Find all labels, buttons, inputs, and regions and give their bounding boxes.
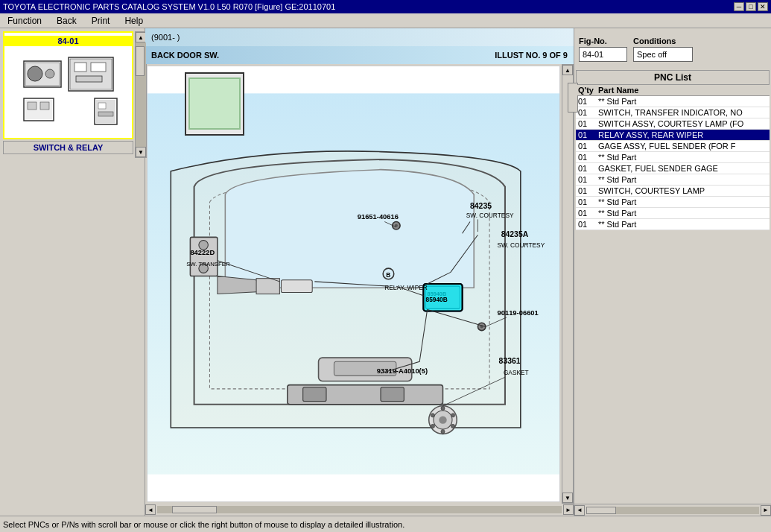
menu-back[interactable]: Back [52, 15, 81, 27]
svg-rect-23 [381, 387, 404, 402]
left-scroll-down[interactable]: ▼ [136, 147, 146, 157]
table-row[interactable]: 01** Std Part [576, 96, 770, 107]
svg-point-45 [431, 424, 434, 428]
cell-qty: 01 [576, 208, 596, 219]
svg-point-43 [451, 424, 454, 428]
fig-no-label: Fig-No. [579, 37, 607, 45]
menu-print[interactable]: Print [87, 15, 115, 27]
table-row[interactable]: 01** Std Part [576, 197, 770, 208]
col-partname: Part Name [596, 85, 770, 96]
table-row[interactable]: 01** Std Part [576, 174, 770, 186]
diagram-scroll-up[interactable]: ▲ [562, 65, 573, 75]
svg-point-44 [441, 430, 445, 434]
svg-point-46 [431, 414, 434, 417]
label-sw-courtesy1: SW. COURTESY [466, 212, 514, 219]
label-84222d: 84222D [190, 248, 215, 256]
diagram-scroll-right[interactable]: ► [563, 504, 574, 515]
cell-partname: SWITCH ASSY, COURTESY LAMP (FO [596, 118, 770, 130]
svg-rect-17 [40, 102, 49, 110]
label-83361: 83361 [499, 357, 521, 365]
svg-rect-22 [303, 387, 326, 402]
right-panel: Fig-No. Conditions PNC List Q'ty Part Na… [574, 28, 771, 516]
diagram-vscrollbar[interactable]: ▲ ▼ [562, 64, 574, 504]
right-scroll-left[interactable]: ◄ [574, 505, 585, 516]
cell-partname: RELAY ASSY, REAR WIPER [596, 130, 770, 141]
status-message: Select PNCs or P/Ns with scroll bar or m… [3, 520, 404, 529]
window-buttons: ─ □ ✕ [734, 2, 768, 11]
label-91651: 91651-40616 [358, 212, 399, 221]
svg-point-42 [451, 414, 454, 417]
pnc-table[interactable]: Q'ty Part Name 01** Std Part01SWITCH, TR… [576, 85, 770, 504]
svg-rect-7 [74, 63, 86, 72]
table-row[interactable]: 01RELAY ASSY, REAR WIPER [576, 130, 770, 141]
statusbar: Select PNCs or P/Ns with scroll bar or m… [0, 516, 771, 532]
cell-partname: GASKET, FUEL SENDER GAGE [596, 163, 770, 174]
table-row[interactable]: 01SWITCH, TRANSFER INDICATOR, NO [576, 107, 770, 118]
main-area: 84-01 [0, 28, 771, 516]
table-row[interactable]: 01** Std Part [576, 208, 770, 219]
part-image-svg [9, 46, 128, 136]
right-hscroll-track[interactable] [586, 507, 759, 514]
label-84235: 84235 [470, 202, 492, 210]
diagram-hscroll-thumb[interactable] [172, 506, 217, 513]
table-row[interactable]: 01GASKET, FUEL SENDER GAGE [576, 163, 770, 174]
fig-conditions-row: Fig-No. Conditions [579, 37, 767, 62]
right-scroll-right[interactable]: ► [761, 505, 771, 516]
diagram-scroll-left[interactable]: ◄ [145, 504, 156, 515]
left-scroll-up[interactable]: ▲ [136, 32, 146, 42]
table-row[interactable]: 01SWITCH ASSY, COURTESY LAMP (FO [576, 118, 770, 130]
pnc-data-table: Q'ty Part Name 01** Std Part01SWITCH, TR… [576, 85, 770, 230]
right-hscroll-thumb[interactable] [586, 507, 616, 514]
label-relay-wiper: RELAY. WIPER [384, 284, 428, 291]
cell-qty: 01 [576, 197, 596, 208]
part-desc: BACK DOOR SW. [151, 51, 219, 60]
cell-qty: 01 [576, 163, 596, 174]
svg-point-4 [45, 69, 54, 78]
cell-qty: 01 [576, 130, 596, 141]
table-row[interactable]: 01** Std Part [576, 219, 770, 230]
left-vscrollbar[interactable]: ▲ ▼ [135, 31, 147, 158]
pnc-list-header: PNC List [576, 70, 770, 85]
diagram-area[interactable]: 85940B 85940B [147, 66, 560, 502]
fig-no-input[interactable] [579, 47, 627, 62]
minimize-button[interactable]: ─ [734, 2, 744, 11]
conditions-input[interactable] [633, 47, 693, 62]
center-panel: (9001- ) BACK DOOR SW. ILLUST NO. 9 OF 9 [145, 28, 574, 516]
svg-point-40 [439, 416, 446, 423]
cell-partname: ** Std Part [596, 96, 770, 107]
right-bottom-scrollbar[interactable]: ◄ ► [574, 504, 771, 516]
cell-qty: 01 [576, 219, 596, 230]
table-row[interactable]: 01** Std Part [576, 152, 770, 163]
conditions-label: Conditions [633, 37, 676, 45]
cell-partname: ** Std Part [596, 152, 770, 163]
close-button[interactable]: ✕ [758, 2, 768, 11]
menu-function[interactable]: Function [3, 15, 46, 27]
svg-text:85940B: 85940B [426, 296, 448, 303]
cell-qty: 01 [576, 152, 596, 163]
part-name-label: SWITCH & RELAY [3, 141, 133, 154]
table-row[interactable]: 01GAGE ASSY, FUEL SENDER (FOR F [576, 141, 770, 152]
part-number-label: 84-01 [4, 36, 132, 46]
illust-no: ILLUST NO. 9 OF 9 [495, 51, 568, 60]
table-row[interactable]: 01SWITCH, COURTESY LAMP [576, 186, 770, 197]
thumbnail-overlay [185, 72, 244, 136]
cell-qty: 01 [576, 107, 596, 118]
cell-partname: ** Std Part [596, 197, 770, 208]
svg-rect-9 [76, 76, 102, 82]
cell-partname: SWITCH, TRANSFER INDICATOR, NO [596, 107, 770, 118]
cell-partname: ** Std Part [596, 219, 770, 230]
svg-rect-13 [98, 112, 113, 116]
titlebar: TOYOTA ELECTRONIC PARTS CATALOG SYSTEM V… [0, 0, 771, 13]
diagram-hscroll-track[interactable] [157, 506, 562, 513]
diagram-title-bar: BACK DOOR SW. ILLUST NO. 9 OF 9 [145, 46, 574, 64]
diagram-scroll-down[interactable]: ▼ [562, 493, 573, 503]
maximize-button[interactable]: □ [746, 2, 756, 11]
diagram-with-vscroll: 85940B 85940B [145, 64, 574, 504]
diagram-hscrollbar[interactable]: ◄ ► [145, 504, 574, 516]
cell-qty: 01 [576, 141, 596, 152]
menubar: Function Back Print Help [0, 13, 771, 28]
svg-point-3 [28, 66, 42, 81]
cell-qty: 01 [576, 118, 596, 130]
cell-partname: GAGE ASSY, FUEL SENDER (FOR F [596, 141, 770, 152]
menu-help[interactable]: Help [120, 15, 147, 27]
